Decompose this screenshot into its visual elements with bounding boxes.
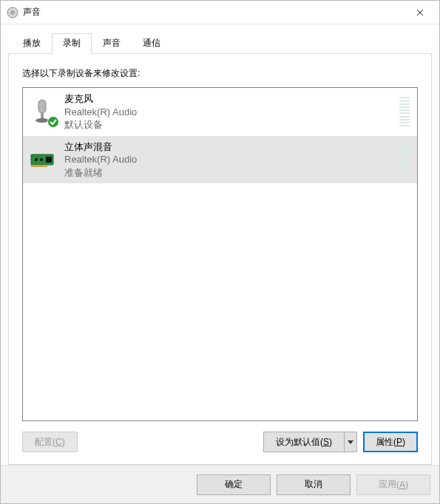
apply-hotkey: A — [399, 480, 405, 490]
dialog-content: 播放 录制 声音 通信 选择以下录制设备来修改设置: — [1, 24, 439, 503]
set-default-hotkey: S — [323, 437, 329, 447]
set-default-split-button[interactable]: 设为默认值(S) — [263, 432, 357, 452]
app-icon — [7, 7, 18, 18]
default-check-icon — [47, 116, 59, 128]
svg-rect-2 — [38, 100, 46, 113]
svg-point-9 — [40, 158, 43, 161]
ok-button[interactable]: 确定 — [197, 474, 271, 495]
device-status: 默认设备 — [64, 118, 399, 132]
set-default-button[interactable]: 设为默认值(S) — [263, 432, 344, 452]
svg-rect-3 — [41, 113, 44, 119]
level-meter — [399, 95, 410, 128]
svg-point-5 — [48, 117, 59, 128]
chevron-down-icon — [348, 440, 353, 444]
tab-communications[interactable]: 通信 — [132, 33, 172, 54]
sound-dialog: 声音 播放 录制 声音 通信 选择以下录制设备来修改设置: — [0, 0, 440, 504]
microphone-icon — [27, 96, 58, 127]
titlebar: 声音 — [1, 1, 439, 24]
device-item-stereo-mix[interactable]: 立体声混音 Realtek(R) Audio 准备就绪 — [23, 136, 417, 184]
apply-label: 应用 — [379, 478, 396, 491]
recording-panel: 选择以下录制设备来修改设置: — [8, 54, 432, 465]
panel-button-row: 配置(C) 设为默认值(S) 属性(P) — [22, 432, 418, 452]
configure-hotkey: C — [55, 437, 62, 447]
device-item-microphone[interactable]: 麦克风 Realtek(R) Audio 默认设备 — [23, 88, 417, 136]
tabstrip: 播放 录制 声音 通信 — [1, 35, 439, 54]
set-default-label: 设为默认值 — [276, 436, 320, 449]
device-name: 麦克风 — [64, 92, 399, 106]
device-driver: Realtek(R) Audio — [64, 153, 399, 166]
svg-point-8 — [35, 158, 38, 161]
configure-label: 配置 — [35, 436, 53, 449]
properties-hotkey: P — [396, 437, 402, 447]
soundcard-icon — [27, 144, 58, 175]
device-text: 立体声混音 Realtek(R) Audio 准备就绪 — [60, 140, 399, 180]
level-meter — [399, 143, 410, 176]
properties-button[interactable]: 属性(P) — [363, 432, 418, 452]
set-default-dropdown[interactable] — [344, 432, 357, 452]
tab-playback[interactable]: 播放 — [12, 33, 52, 54]
device-driver: Realtek(R) Audio — [64, 106, 399, 119]
apply-button[interactable]: 应用(A) — [356, 474, 430, 495]
properties-label: 属性 — [376, 436, 393, 449]
tab-sounds[interactable]: 声音 — [92, 33, 132, 54]
device-status: 准备就绪 — [64, 166, 399, 180]
svg-rect-10 — [46, 157, 52, 163]
tab-recording[interactable]: 录制 — [52, 33, 92, 55]
dialog-button-bar: 确定 取消 应用(A) — [1, 465, 439, 503]
device-name: 立体声混音 — [64, 140, 399, 154]
window-title: 声音 — [23, 6, 403, 18]
device-list[interactable]: 麦克风 Realtek(R) Audio 默认设备 — [22, 87, 418, 421]
configure-button[interactable]: 配置(C) — [22, 432, 78, 452]
instruction-text: 选择以下录制设备来修改设置: — [22, 67, 418, 80]
svg-rect-7 — [31, 165, 47, 167]
cancel-button[interactable]: 取消 — [277, 474, 351, 495]
close-button[interactable] — [403, 1, 436, 24]
device-text: 麦克风 Realtek(R) Audio 默认设备 — [60, 92, 399, 132]
svg-point-1 — [10, 10, 15, 15]
